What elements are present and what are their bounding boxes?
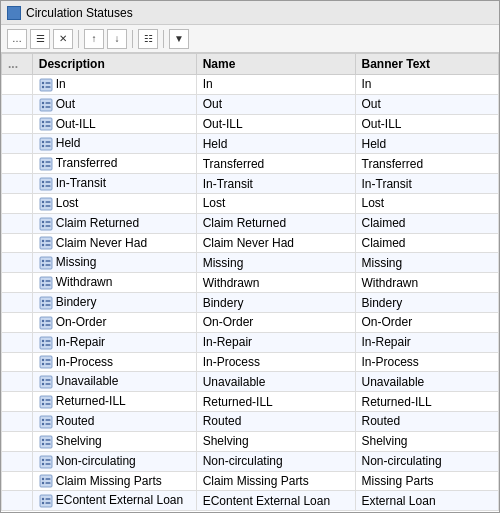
table-row[interactable]: HeldHeldHeld xyxy=(2,134,499,154)
svg-rect-23 xyxy=(45,161,50,163)
svg-point-37 xyxy=(42,224,44,226)
svg-point-96 xyxy=(42,458,44,460)
table-row[interactable]: Returned-ILLReturned-ILLReturned-ILL xyxy=(2,392,499,412)
row-icon xyxy=(39,256,53,270)
row-banner: On-Order xyxy=(355,312,498,332)
svg-rect-3 xyxy=(45,82,50,84)
svg-rect-9 xyxy=(45,106,50,108)
table-row[interactable]: RoutedRoutedRouted xyxy=(2,412,499,432)
table-row[interactable]: Non-circulatingNon-circulatingNon-circul… xyxy=(2,451,499,471)
row-description: Non-circulating xyxy=(32,451,196,471)
row-icon xyxy=(39,415,53,429)
row-dots xyxy=(2,273,33,293)
row-banner: Non-circulating xyxy=(355,451,498,471)
row-description: Bindery xyxy=(32,293,196,313)
svg-rect-104 xyxy=(45,483,50,485)
table-row[interactable]: UnavailableUnavailableUnavailable xyxy=(2,372,499,392)
row-icon xyxy=(39,455,53,469)
row-dots xyxy=(2,392,33,412)
table-row[interactable]: Claim Missing PartsClaim Missing PartsMi… xyxy=(2,471,499,491)
table-row[interactable]: EContent External LoanEContent External … xyxy=(2,491,499,511)
table-container[interactable]: ... Description Name Banner Text InInIn … xyxy=(1,53,499,512)
svg-rect-10 xyxy=(40,118,52,130)
col-header-name[interactable]: Name xyxy=(196,54,355,75)
svg-rect-34 xyxy=(45,205,50,207)
table-row[interactable]: TransferredTransferredTransferred xyxy=(2,154,499,174)
toolbar-down-btn[interactable]: ↓ xyxy=(107,29,127,49)
row-description: Held xyxy=(32,134,196,154)
toolbar-dots-btn[interactable]: … xyxy=(7,29,27,49)
table-row[interactable]: WithdrawnWithdrawnWithdrawn xyxy=(2,273,499,293)
svg-rect-33 xyxy=(45,201,50,203)
table-row[interactable]: Claim Never HadClaim Never HadClaimed xyxy=(2,233,499,253)
svg-rect-24 xyxy=(45,165,50,167)
table-row[interactable]: LostLostLost xyxy=(2,193,499,213)
table-row[interactable]: On-OrderOn-OrderOn-Order xyxy=(2,312,499,332)
row-icon xyxy=(39,98,53,112)
col-header-description[interactable]: Description xyxy=(32,54,196,75)
svg-rect-79 xyxy=(45,383,50,385)
row-banner: Out-ILL xyxy=(355,114,498,134)
svg-point-41 xyxy=(42,240,44,242)
svg-point-87 xyxy=(42,423,44,425)
table-header-row: ... Description Name Banner Text xyxy=(2,54,499,75)
row-banner: Returned-ILL xyxy=(355,392,498,412)
svg-point-62 xyxy=(42,324,44,326)
table-row[interactable]: In-ProcessIn-ProcessIn-Process xyxy=(2,352,499,372)
row-description: Shelving xyxy=(32,431,196,451)
svg-point-47 xyxy=(42,264,44,266)
table-row[interactable]: InInIn xyxy=(2,75,499,95)
svg-rect-18 xyxy=(45,142,50,144)
row-icon xyxy=(39,177,53,191)
toolbar-up-btn[interactable]: ↑ xyxy=(84,29,104,49)
row-banner: Bindery xyxy=(355,293,498,313)
toolbar-filter-btn[interactable]: ▼ xyxy=(169,29,189,49)
table-row[interactable]: MissingMissingMissing xyxy=(2,253,499,273)
svg-point-26 xyxy=(42,181,44,183)
svg-point-91 xyxy=(42,439,44,441)
table-row[interactable]: In-RepairIn-RepairIn-Repair xyxy=(2,332,499,352)
row-description: Claim Never Had xyxy=(32,233,196,253)
svg-rect-73 xyxy=(45,360,50,362)
row-banner: In-Process xyxy=(355,352,498,372)
row-banner: Withdrawn xyxy=(355,273,498,293)
toolbar-list-btn[interactable]: ☰ xyxy=(30,29,50,49)
svg-rect-5 xyxy=(40,99,52,111)
table-row[interactable]: In-TransitIn-TransitIn-Transit xyxy=(2,174,499,194)
row-description: Claim Returned xyxy=(32,213,196,233)
svg-rect-100 xyxy=(40,475,52,487)
svg-point-27 xyxy=(42,185,44,187)
svg-rect-68 xyxy=(45,340,50,342)
svg-point-97 xyxy=(42,462,44,464)
table-row[interactable]: BinderyBinderyBindery xyxy=(2,293,499,313)
toolbar-delete-btn[interactable]: ✕ xyxy=(53,29,73,49)
row-name: Shelving xyxy=(196,431,355,451)
col-header-dots[interactable]: ... xyxy=(2,54,33,75)
svg-rect-105 xyxy=(40,495,52,507)
row-banner: Held xyxy=(355,134,498,154)
row-banner: In-Transit xyxy=(355,174,498,194)
row-name: Held xyxy=(196,134,355,154)
row-name: Claim Missing Parts xyxy=(196,471,355,491)
svg-point-86 xyxy=(42,419,44,421)
svg-rect-35 xyxy=(40,218,52,230)
table-row[interactable]: ShelvingShelvingShelving xyxy=(2,431,499,451)
svg-rect-25 xyxy=(40,178,52,190)
svg-rect-83 xyxy=(45,399,50,401)
svg-rect-40 xyxy=(40,237,52,249)
row-banner: Transferred xyxy=(355,154,498,174)
row-description: EContent External Loan xyxy=(32,491,196,511)
svg-rect-45 xyxy=(40,257,52,269)
row-dots xyxy=(2,372,33,392)
table-row[interactable]: Out-ILLOut-ILLOut-ILL xyxy=(2,114,499,134)
svg-rect-85 xyxy=(40,416,52,428)
col-header-banner[interactable]: Banner Text xyxy=(355,54,498,75)
table-row[interactable]: Claim ReturnedClaim ReturnedClaimed xyxy=(2,213,499,233)
row-banner: Routed xyxy=(355,412,498,432)
svg-point-51 xyxy=(42,280,44,282)
svg-rect-65 xyxy=(40,337,52,349)
toolbar-grid-btn[interactable]: ☷ xyxy=(138,29,158,49)
svg-rect-14 xyxy=(45,126,50,128)
row-icon xyxy=(39,336,53,350)
table-row[interactable]: OutOutOut xyxy=(2,94,499,114)
